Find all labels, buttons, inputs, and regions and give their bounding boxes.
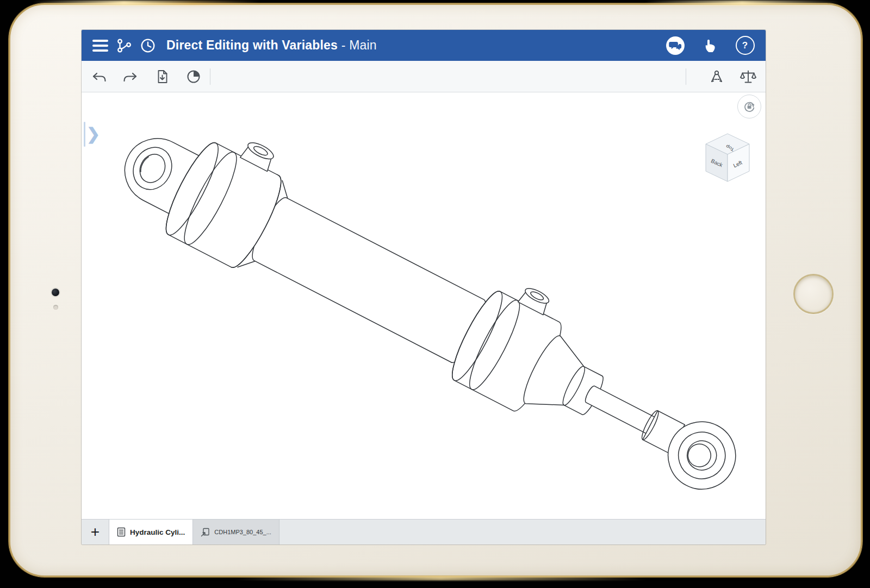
app-screen: Direct Editing with Variables - Main <box>82 30 766 545</box>
view-cube[interactable]: Top Back Left <box>701 130 754 185</box>
workspace-name: - Main <box>338 38 377 52</box>
redo-button[interactable] <box>122 68 139 85</box>
version-history-button[interactable] <box>185 68 202 85</box>
help-icon: ? <box>736 36 755 55</box>
undo-icon <box>91 68 107 85</box>
header-right-actions: ? <box>663 34 757 58</box>
toolbar-right-group <box>678 68 757 85</box>
toolbar-separator-right <box>686 68 686 85</box>
touch-mode-button[interactable] <box>698 34 722 58</box>
help-button[interactable]: ? <box>733 34 757 58</box>
front-camera <box>52 289 59 296</box>
imported-part-icon <box>201 527 210 537</box>
branch-icon <box>115 37 133 54</box>
part-studio-icon <box>117 527 126 537</box>
export-document-icon <box>154 68 170 85</box>
tab-imported-part[interactable]: CDH1MP3_80_45_... <box>193 520 279 545</box>
hamburger-icon <box>92 40 108 52</box>
versions-button[interactable] <box>112 34 136 58</box>
tablet-frame: Direct Editing with Variables - Main <box>9 3 862 577</box>
mass-properties-button[interactable] <box>739 68 757 85</box>
home-button[interactable] <box>793 274 834 314</box>
view-rotation-lock-button[interactable] <box>737 95 761 118</box>
help-glyph: ? <box>742 40 748 51</box>
tab-part-studio[interactable]: Hydraulic Cyli... <box>109 520 193 545</box>
ambient-sensor <box>53 305 58 310</box>
chevron-right-icon: ❯ <box>86 126 100 142</box>
rotate-lock-icon <box>742 99 756 114</box>
measure-icon <box>709 68 725 85</box>
balance-scale-icon <box>740 68 756 85</box>
document-tab-bar: + Hydraulic Cyli... CDH1MP3_80_45_... <box>82 519 766 545</box>
toolbar-separator-left <box>210 68 210 85</box>
pie-history-icon <box>185 68 202 85</box>
app-header: Direct Editing with Variables - Main <box>82 30 766 61</box>
tab-label: Hydraulic Cyli... <box>130 528 185 536</box>
document-name: Direct Editing with Variables <box>166 38 338 52</box>
app-toolbar <box>82 61 766 92</box>
history-clock-icon <box>139 37 157 54</box>
pointing-hand-icon <box>702 37 718 54</box>
undo-button[interactable] <box>90 68 108 85</box>
measure-button[interactable] <box>708 68 725 85</box>
plus-icon: + <box>91 523 100 541</box>
redo-icon <box>122 68 139 85</box>
comments-icon <box>666 36 685 55</box>
export-button[interactable] <box>153 68 171 85</box>
document-title: Direct Editing with Variables - Main <box>166 38 377 53</box>
history-button[interactable] <box>136 34 160 58</box>
hydraulic-cylinder-model[interactable] <box>82 92 766 519</box>
tab-label: CDH1MP3_80_45_... <box>214 529 271 535</box>
menu-button[interactable] <box>88 34 112 58</box>
panel-handle-bar <box>84 122 85 147</box>
add-tab-button[interactable]: + <box>82 520 109 545</box>
model-viewport[interactable]: ❯ Top <box>82 92 766 519</box>
feature-panel-expand-handle[interactable]: ❯ <box>84 118 100 150</box>
comments-button[interactable] <box>663 34 687 58</box>
toolbar-left-group <box>90 68 202 85</box>
